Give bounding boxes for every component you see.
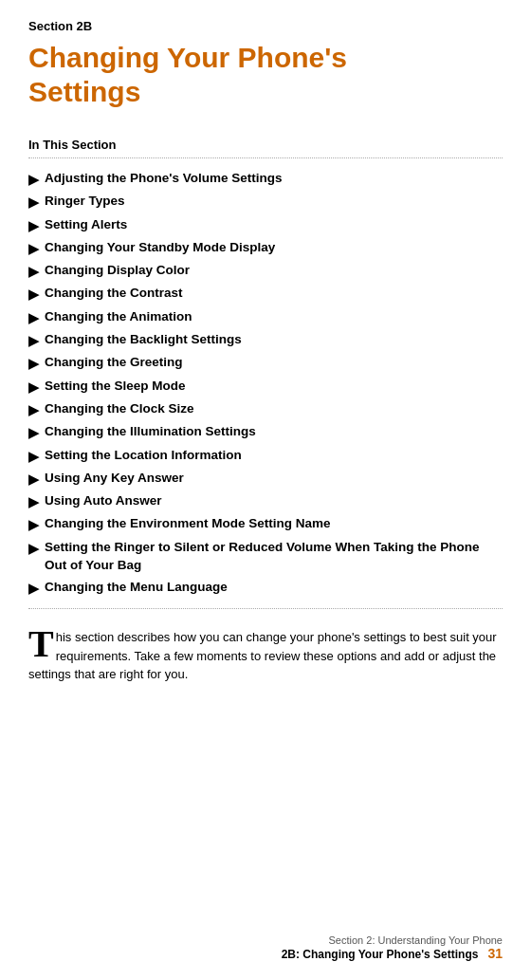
toc-arrow-icon: ▶	[28, 331, 39, 350]
toc-arrow-icon: ▶	[28, 515, 39, 534]
toc-item-text: Changing Your Standby Mode Display	[45, 238, 503, 257]
toc-item-text: Using Auto Answer	[45, 491, 503, 510]
in-this-section-label: In This Section	[28, 138, 503, 152]
toc-item: ▶Changing the Clock Size	[28, 398, 503, 420]
toc-item: ▶Using Auto Answer	[28, 490, 503, 512]
toc-item-text: Changing the Greeting	[45, 353, 503, 372]
toc-arrow-icon: ▶	[28, 400, 39, 419]
toc-arrow-icon: ▶	[28, 378, 39, 397]
page-title-line2: Settings	[28, 76, 140, 107]
toc-item: ▶Setting Alerts	[28, 214, 503, 236]
page-title: Changing Your Phone's Settings	[28, 41, 503, 109]
toc-arrow-icon: ▶	[28, 262, 39, 281]
toc-item: ▶Adjusting the Phone's Volume Settings	[28, 168, 503, 190]
toc-item: ▶Changing the Greeting	[28, 352, 503, 374]
bottom-divider	[28, 608, 503, 609]
toc-item-text: Adjusting the Phone's Volume Settings	[45, 169, 503, 188]
toc-item-text: Changing the Menu Language	[45, 578, 503, 597]
toc-item: ▶Setting the Sleep Mode	[28, 376, 503, 398]
toc-item: ▶Using Any Key Answer	[28, 468, 503, 490]
toc-arrow-icon: ▶	[28, 423, 39, 442]
toc-item-text: Setting Alerts	[45, 215, 503, 234]
toc-item: ▶Setting the Location Information	[28, 445, 503, 467]
toc-arrow-icon: ▶	[28, 470, 39, 489]
toc-item: ▶Changing the Contrast	[28, 283, 503, 305]
toc-arrow-icon: ▶	[28, 239, 39, 258]
toc-arrow-icon: ▶	[28, 308, 39, 327]
toc-arrow-icon: ▶	[28, 193, 39, 212]
footer-line2-text: 2B: Changing Your Phone's Settings	[282, 948, 479, 961]
footer-line1: Section 2: Understanding Your Phone	[282, 934, 503, 946]
toc-item-text: Changing the Contrast	[45, 284, 503, 303]
drop-cap: T	[28, 628, 54, 660]
toc-arrow-icon: ▶	[28, 170, 39, 189]
toc-arrow-icon: ▶	[28, 447, 39, 466]
top-divider	[28, 157, 503, 158]
toc-item: ▶Changing Display Color	[28, 260, 503, 282]
footer-line2: 2B: Changing Your Phone's Settings 31	[282, 946, 503, 961]
footer: Section 2: Understanding Your Phone 2B: …	[282, 934, 503, 961]
toc-item-text: Changing the Illumination Settings	[45, 422, 503, 441]
toc-arrow-icon: ▶	[28, 579, 39, 598]
toc-item-text: Ringer Types	[45, 192, 503, 211]
footer-page-number: 31	[487, 946, 503, 961]
body-text: his section describes how you can change…	[28, 630, 497, 681]
toc-arrow-icon: ▶	[28, 492, 39, 511]
toc-item: ▶Changing the Animation	[28, 306, 503, 328]
page-title-line1: Changing Your Phone's	[28, 42, 347, 73]
toc-item-text: Changing the Environment Mode Setting Na…	[45, 514, 503, 533]
toc-item-text: Changing Display Color	[45, 261, 503, 280]
toc-item: ▶Changing Your Standby Mode Display	[28, 237, 503, 259]
toc-item-text: Setting the Ringer to Silent or Reduced …	[45, 538, 503, 575]
toc-arrow-icon: ▶	[28, 539, 39, 558]
toc-item-text: Changing the Clock Size	[45, 399, 503, 418]
toc-item: ▶Ringer Types	[28, 191, 503, 213]
toc-item-text: Setting the Location Information	[45, 446, 503, 465]
body-paragraph: This section describes how you can chang…	[28, 628, 503, 684]
toc-arrow-icon: ▶	[28, 285, 39, 304]
toc-item: ▶Changing the Menu Language	[28, 577, 503, 599]
page-container: Section 2B Changing Your Phone's Setting…	[0, 0, 531, 731]
toc-item-text: Changing the Animation	[45, 307, 503, 326]
toc-item: ▶Setting the Ringer to Silent or Reduced…	[28, 537, 503, 576]
toc-item-text: Setting the Sleep Mode	[45, 377, 503, 396]
toc-item-text: Changing the Backlight Settings	[45, 330, 503, 349]
toc-arrow-icon: ▶	[28, 354, 39, 373]
toc-item: ▶Changing the Illumination Settings	[28, 421, 503, 443]
toc-item: ▶Changing the Environment Mode Setting N…	[28, 513, 503, 535]
toc-item: ▶Changing the Backlight Settings	[28, 329, 503, 351]
toc-item-text: Using Any Key Answer	[45, 469, 503, 488]
toc-arrow-icon: ▶	[28, 216, 39, 235]
toc-list: ▶Adjusting the Phone's Volume Settings▶R…	[28, 168, 503, 599]
section-label: Section 2B	[28, 19, 503, 33]
